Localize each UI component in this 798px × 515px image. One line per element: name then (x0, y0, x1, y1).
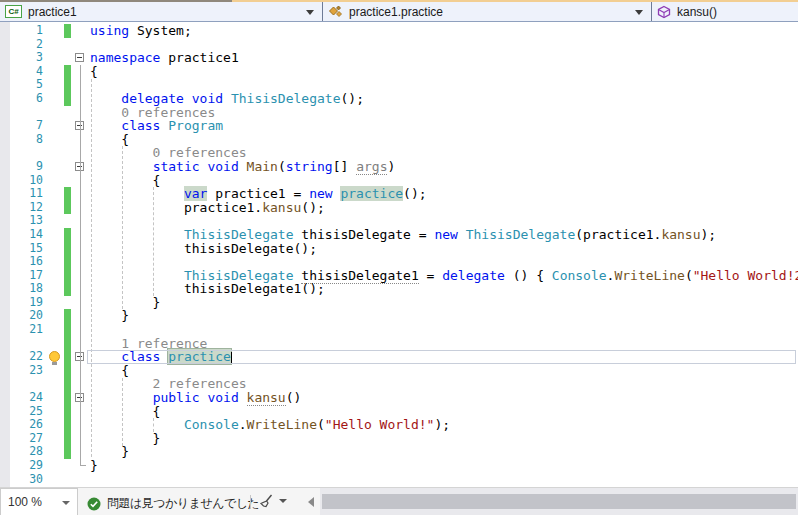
line-number[interactable]: 29 (10, 459, 48, 473)
codelens-line[interactable]: 0 references (0, 106, 798, 120)
line-number[interactable]: 8 (10, 133, 48, 147)
code-line[interactable]: 17 ThisisDelegate thisisDelegate1 = dele… (0, 269, 798, 283)
breakpoint-margin-cell[interactable] (0, 432, 10, 446)
line-number[interactable]: 28 (10, 445, 48, 459)
code-line[interactable]: 19 } (0, 296, 798, 310)
line-number[interactable]: 19 (10, 296, 48, 310)
code-line[interactable]: 29} (0, 459, 798, 473)
line-number[interactable] (10, 377, 48, 391)
breakpoint-margin-cell[interactable] (0, 51, 10, 65)
breakpoint-margin-cell[interactable] (0, 255, 10, 269)
line-number[interactable] (10, 146, 48, 160)
code-text[interactable]: thisisDelegate(); (90, 242, 798, 256)
code-line[interactable]: 3namespace practice1 (0, 51, 798, 65)
line-number[interactable]: 13 (10, 214, 48, 228)
lightbulb-icon[interactable] (49, 351, 60, 362)
code-text[interactable] (90, 255, 798, 269)
line-number[interactable]: 7 (10, 119, 48, 133)
code-text[interactable]: { (90, 174, 798, 188)
code-text[interactable]: } (90, 459, 798, 473)
line-number[interactable]: 10 (10, 174, 48, 188)
code-editor-area[interactable]: 1using System;23namespace practice14{56 … (0, 22, 798, 487)
breakpoint-margin-cell[interactable] (0, 174, 10, 188)
code-line[interactable]: 20 } (0, 309, 798, 323)
code-text[interactable]: delegate void ThisisDelegate(); (90, 92, 798, 106)
member-dropdown[interactable]: kansu() (652, 2, 798, 21)
code-text[interactable]: using System; (90, 24, 798, 38)
code-text[interactable] (90, 323, 798, 337)
breakpoint-margin-cell[interactable] (0, 106, 10, 120)
line-number[interactable]: 12 (10, 201, 48, 215)
codelens-line[interactable]: 0 references (0, 146, 798, 160)
line-number[interactable]: 14 (10, 228, 48, 242)
code-line[interactable]: 28 } (0, 445, 798, 459)
breakpoint-margin-cell[interactable] (0, 473, 10, 487)
code-text[interactable]: public void kansu() (90, 391, 798, 405)
breakpoint-margin-cell[interactable] (0, 119, 10, 133)
code-line[interactable]: 27 } (0, 432, 798, 446)
code-line[interactable]: 18 thisisDelegate1(); (0, 282, 798, 296)
code-line[interactable]: 4{ (0, 65, 798, 79)
codelens-line[interactable]: 2 references (0, 377, 798, 391)
breakpoint-margin-cell[interactable] (0, 78, 10, 92)
code-text[interactable]: { (90, 65, 798, 79)
code-line[interactable]: 25 { (0, 405, 798, 419)
collapse-region-button[interactable] (75, 53, 84, 62)
breakpoint-margin-cell[interactable] (0, 269, 10, 283)
code-text[interactable]: Console.WriteLine("Hello World!"); (90, 418, 798, 432)
line-number[interactable]: 27 (10, 432, 48, 446)
code-line[interactable]: 16 (0, 255, 798, 269)
line-number[interactable]: 26 (10, 418, 48, 432)
code-text[interactable]: } (90, 432, 798, 446)
chevron-down-icon[interactable] (279, 499, 287, 503)
code-text[interactable]: { (90, 405, 798, 419)
code-line[interactable]: 11 var practice1 = new practice(); (0, 187, 798, 201)
line-number[interactable]: 9 (10, 160, 48, 174)
code-line[interactable]: 15 thisisDelegate(); (0, 242, 798, 256)
code-text[interactable]: namespace practice1 (90, 51, 798, 65)
horizontal-scrollbar-track[interactable] (320, 488, 798, 515)
line-number[interactable]: 21 (10, 323, 48, 337)
code-text[interactable]: ThisisDelegate thisisDelegate = new This… (90, 228, 798, 242)
line-number[interactable]: 1 (10, 24, 48, 38)
code-line[interactable]: 30 (0, 473, 798, 487)
breakpoint-margin-cell[interactable] (0, 201, 10, 215)
chevron-down-icon[interactable] (635, 10, 643, 15)
line-number[interactable]: 22 (10, 350, 48, 364)
breakpoint-margin-cell[interactable] (0, 282, 10, 296)
document-health-indicator[interactable]: 問題は見つかりませんでした (87, 495, 259, 512)
type-dropdown[interactable]: practice1.practice (323, 2, 651, 21)
code-line[interactable]: 2 (0, 38, 798, 52)
code-text[interactable]: { (90, 364, 798, 378)
chevron-down-icon[interactable] (306, 10, 314, 15)
code-line[interactable]: 6 delegate void ThisisDelegate(); (0, 92, 798, 106)
code-text[interactable]: static void Main(string[] args) (90, 160, 798, 174)
breakpoint-margin-cell[interactable] (0, 38, 10, 52)
code-text[interactable]: } (90, 296, 798, 310)
line-number[interactable] (10, 106, 48, 120)
code-text[interactable]: } (90, 309, 798, 323)
code-text[interactable] (90, 214, 798, 228)
breakpoint-margin-cell[interactable] (0, 309, 10, 323)
code-line[interactable]: 14 ThisisDelegate thisisDelegate = new T… (0, 228, 798, 242)
code-line[interactable]: 10 { (0, 174, 798, 188)
code-text[interactable] (90, 78, 798, 92)
breakpoint-margin-cell[interactable] (0, 160, 10, 174)
code-line[interactable]: 7 class Program (0, 119, 798, 133)
breakpoint-margin-cell[interactable] (0, 133, 10, 147)
code-text[interactable]: 0 references (90, 106, 798, 120)
line-number[interactable]: 25 (10, 405, 48, 419)
code-text[interactable]: class Program (90, 119, 798, 133)
line-number[interactable] (10, 337, 48, 351)
code-line[interactable]: 13 (0, 214, 798, 228)
breakpoint-margin-cell[interactable] (0, 337, 10, 351)
line-number[interactable]: 5 (10, 78, 48, 92)
breakpoint-margin-cell[interactable] (0, 364, 10, 378)
code-line[interactable]: 26 Console.WriteLine("Hello World!"); (0, 418, 798, 432)
line-number[interactable]: 23 (10, 364, 48, 378)
code-line[interactable]: 9 static void Main(string[] args) (0, 160, 798, 174)
breakpoint-margin-cell[interactable] (0, 377, 10, 391)
code-line[interactable]: 1using System; (0, 24, 798, 38)
breakpoint-margin-cell[interactable] (0, 242, 10, 256)
breakpoint-margin-cell[interactable] (0, 323, 10, 337)
